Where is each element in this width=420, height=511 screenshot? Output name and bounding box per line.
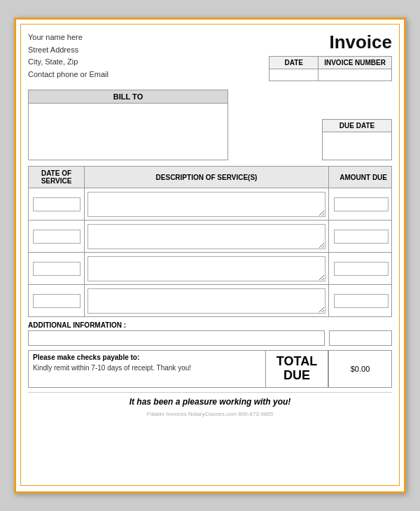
inner-border: Your name here Street Address City, Stat… <box>20 24 400 486</box>
checks-label: Please make checks payable to: <box>33 354 261 361</box>
service-desc-4[interactable] <box>88 288 326 314</box>
sender-info: Your name here Street Address City, Stat… <box>28 31 108 80</box>
service-amount-4[interactable] <box>334 294 388 308</box>
remit-label: Kindly remit within 7-10 days of receipt… <box>33 364 261 372</box>
closing-message: It has been a pleasure working with you! <box>28 392 392 408</box>
service-amount-3[interactable] <box>334 262 388 276</box>
sender-city: City, State, Zip <box>28 56 108 69</box>
header-section: Your name here Street Address City, Stat… <box>28 31 392 81</box>
table-row <box>29 188 392 220</box>
due-date-value[interactable] <box>322 132 392 160</box>
bill-to-header: BILL TO <box>29 90 227 104</box>
col-amount-header: AMOUNT DUE <box>329 167 392 188</box>
total-value[interactable]: $0.00 <box>328 351 391 387</box>
invoice-meta-table: DATE INVOICE NUMBER <box>269 56 392 81</box>
footer-total-section: Please make checks payable to: Kindly re… <box>28 350 392 388</box>
additional-small-input[interactable] <box>329 330 392 346</box>
service-date-3[interactable] <box>33 262 80 276</box>
date-value[interactable] <box>270 69 318 81</box>
additional-row <box>28 330 392 346</box>
invoice-number-header: INVOICE NUMBER <box>318 57 392 69</box>
service-desc-1[interactable] <box>88 192 326 217</box>
sender-contact: Contact phone or Email <box>28 69 108 81</box>
invoice-page: Your name here Street Address City, Stat… <box>14 18 406 493</box>
service-amount-1[interactable] <box>334 197 388 211</box>
total-due-line1: TOTAL <box>276 355 317 369</box>
due-date-block: DUE DATE <box>246 90 392 160</box>
sender-name: Your name here <box>28 31 108 44</box>
service-desc-2[interactable] <box>88 224 326 249</box>
additional-info-input[interactable] <box>28 330 325 346</box>
service-date-1[interactable] <box>33 197 80 211</box>
invoice-number-value[interactable] <box>318 69 392 81</box>
table-row <box>29 253 392 285</box>
service-date-2[interactable] <box>33 230 80 244</box>
col-desc-header: DESCRIPTION OF SERVICE(S) <box>85 167 329 188</box>
table-row <box>29 220 392 253</box>
bill-section: BILL TO DUE DATE <box>28 90 392 160</box>
footer-left: Please make checks payable to: Kindly re… <box>29 351 265 387</box>
service-desc-3[interactable] <box>88 256 326 281</box>
services-table: DATE OF SERVICE DESCRIPTION OF SERVICE(S… <box>28 166 392 317</box>
total-due-line2: DUE <box>284 369 310 383</box>
invoice-block: Invoice DATE INVOICE NUMBER <box>269 31 392 81</box>
additional-label: ADDITIONAL INFORMATION : <box>28 321 392 329</box>
footer-credit: Fillable Invoices NotaryClasses.com 800-… <box>28 411 392 417</box>
service-date-4[interactable] <box>33 294 80 308</box>
bill-to-block: BILL TO <box>28 90 228 160</box>
sender-address: Street Address <box>28 44 108 57</box>
service-amount-2[interactable] <box>334 230 388 244</box>
bill-to-body[interactable] <box>29 104 227 160</box>
due-date-label: DUE DATE <box>322 119 392 132</box>
total-due-box: TOTAL DUE <box>265 351 328 387</box>
invoice-title: Invoice <box>329 31 392 53</box>
col-date-header: DATE OF SERVICE <box>29 167 85 188</box>
table-row <box>29 285 392 317</box>
date-header: DATE <box>270 57 318 69</box>
additional-section: ADDITIONAL INFORMATION : <box>28 321 392 346</box>
